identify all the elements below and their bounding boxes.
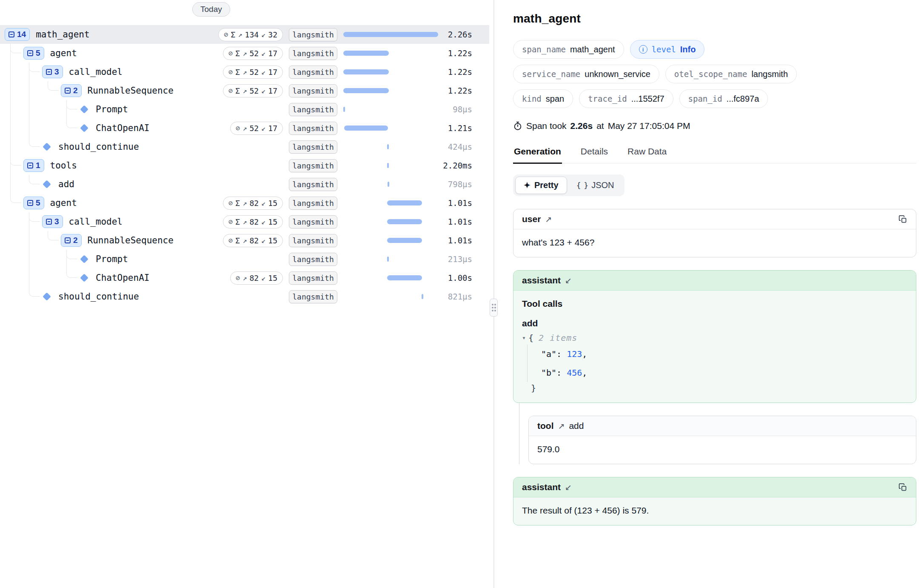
trace-row[interactable]: addlangsmith798µs	[0, 175, 489, 194]
duration-label: 424µs	[440, 142, 472, 151]
duration-bar	[388, 182, 389, 187]
child-count: 5	[36, 49, 40, 58]
resize-handle[interactable]	[490, 299, 498, 317]
message-role: tool	[537, 421, 553, 431]
braces-icon: { }	[576, 181, 588, 190]
token-coin-icon: ⊘	[228, 86, 233, 95]
duration-label: 1.22s	[440, 67, 472, 77]
incoming-arrow-icon: ↙	[565, 276, 572, 285]
tool-calls-heading: Tool calls	[522, 299, 907, 309]
collapse-toggle[interactable]: 2	[61, 84, 82, 97]
message-role: assistant	[522, 275, 561, 285]
message-role: user	[522, 214, 541, 224]
span-name-label: agent	[50, 198, 77, 208]
collapse-toggle[interactable]: 3	[42, 66, 63, 78]
collapse-icon	[9, 31, 14, 37]
tool-call-arguments: ▾{2 items"a": 123,"b": 456,}	[522, 333, 907, 393]
trace-row[interactable]: should_continuelangsmith821µs	[0, 287, 489, 306]
collapse-icon	[27, 163, 33, 168]
token-usage-badge: ⊘Σ↗134↙32	[218, 28, 283, 41]
caret-down-icon[interactable]: ▾	[522, 334, 526, 342]
detail-panel: math_agent span_namemath_agentilevelInfo…	[499, 0, 924, 588]
scope-tag: langsmith	[289, 253, 337, 266]
message-header: assistant↙	[513, 271, 916, 291]
meta-pill-span_name: span_namemath_agent	[513, 40, 624, 59]
message-card-assistant: assistant↙The result of (123 + 456) is 5…	[513, 477, 916, 525]
trace-row[interactable]: Promptlangsmith213µs	[0, 250, 489, 268]
pretty-toggle-button[interactable]: ✦ Pretty	[515, 177, 567, 194]
trace-row[interactable]: 5agent⊘Σ↗52↙17langsmith1.22s	[0, 44, 489, 63]
tab-details[interactable]: Details	[580, 146, 609, 163]
output-token-count: 17	[268, 49, 277, 58]
message-header: tool↗add	[529, 416, 916, 436]
copy-button[interactable]	[898, 215, 907, 224]
tag-column: langsmith	[289, 122, 337, 135]
json-key: "b":	[541, 368, 567, 378]
drag-dots-icon	[492, 307, 493, 308]
message-body: 579.0	[529, 436, 916, 464]
meta-pill-otel_scope_name: otel_scope_namelangsmith	[665, 65, 797, 83]
collapse-icon	[46, 69, 52, 75]
input-tokens-arrow-icon: ↗	[242, 86, 247, 95]
collapse-toggle[interactable]: 3	[42, 215, 63, 228]
message-text: what's 123 + 456?	[522, 237, 907, 248]
tab-generation[interactable]: Generation	[513, 146, 562, 164]
input-tokens-arrow-icon: ↗	[238, 30, 242, 39]
panel-divider	[489, 0, 499, 588]
leaf-diamond-icon	[80, 105, 88, 114]
trace-row[interactable]: Promptlangsmith98µs	[0, 100, 489, 119]
output-token-count: 15	[268, 217, 277, 226]
message-card-assistant: assistant↙Tool callsadd▾{2 items"a": 123…	[513, 270, 916, 403]
span-name-label: call_model	[69, 67, 123, 77]
output-token-count: 15	[268, 199, 277, 208]
duration-bar	[422, 294, 423, 299]
trace-row[interactable]: 3call_model⊘Σ↗82↙15langsmith1.01s	[0, 212, 489, 231]
duration-label: 1.21s	[440, 123, 472, 133]
output-token-count: 15	[268, 274, 277, 283]
duration-label: 821µs	[440, 292, 472, 301]
token-usage-badge: ⊘Σ↗52↙17	[223, 47, 283, 60]
meta-pill-row: span_namemath_agentilevelInfo	[513, 40, 916, 59]
duration-bar	[343, 88, 389, 93]
trace-row-label-area: 3call_model	[0, 212, 198, 231]
token-coin-icon: ⊘	[236, 124, 240, 132]
sigma-icon: Σ	[235, 217, 240, 226]
collapse-toggle[interactable]: 5	[23, 197, 44, 209]
trace-row[interactable]: 3call_model⊘Σ↗52↙17langsmith1.22s	[0, 63, 489, 81]
tabs: GenerationDetailsRaw Data	[513, 146, 916, 163]
collapse-toggle[interactable]: 14	[5, 28, 30, 41]
timeline	[343, 275, 438, 280]
input-tokens-arrow-icon: ↗	[242, 124, 247, 132]
pill-key: span_name	[522, 45, 566, 54]
message-card-tool: tool↗add579.0	[528, 416, 916, 464]
trace-row[interactable]: 2RunnableSequence⊘Σ↗82↙15langsmith1.01s	[0, 231, 489, 250]
trace-row[interactable]: 2RunnableSequence⊘Σ↗52↙17langsmith1.22s	[0, 81, 489, 100]
collapse-toggle[interactable]: 5	[23, 47, 44, 60]
trace-row[interactable]: ChatOpenAI⊘↗52↙17langsmith1.21s	[0, 119, 489, 137]
collapse-toggle[interactable]: 2	[61, 234, 82, 247]
message-body: what's 123 + 456?	[513, 229, 916, 257]
trace-row[interactable]: should_continuelangsmith424µs	[0, 137, 489, 156]
scope-tag: langsmith	[289, 215, 337, 228]
pill-value: langsmith	[751, 69, 788, 79]
input-token-count: 52	[249, 124, 259, 133]
trace-row[interactable]: 5agent⊘Σ↗82↙15langsmith1.01s	[0, 194, 489, 212]
scope-tag: langsmith	[289, 271, 337, 285]
input-token-count: 52	[249, 49, 259, 58]
trace-row[interactable]: ChatOpenAI⊘↗82↙15langsmith1.00s	[0, 268, 489, 287]
json-value: 123	[567, 349, 582, 359]
duration-label: 213µs	[440, 254, 472, 264]
sigma-icon: Σ	[235, 49, 240, 58]
pill-value: unknown_service	[585, 69, 650, 79]
token-column: ⊘Σ↗52↙17	[198, 66, 283, 79]
copy-button[interactable]	[898, 483, 907, 492]
collapse-icon	[65, 237, 71, 243]
sigma-icon: Σ	[231, 30, 235, 39]
token-column: ⊘Σ↗52↙17	[198, 84, 283, 97]
trace-row[interactable]: 14math_agent⊘Σ↗134↙32langsmith2.26s	[0, 25, 489, 44]
trace-row[interactable]: 1toolslangsmith2.20ms	[0, 156, 489, 175]
input-tokens-arrow-icon: ↗	[242, 236, 247, 245]
json-toggle-button[interactable]: { } JSON	[568, 177, 623, 194]
collapse-toggle[interactable]: 1	[23, 159, 44, 172]
tab-raw-data[interactable]: Raw Data	[627, 146, 667, 163]
